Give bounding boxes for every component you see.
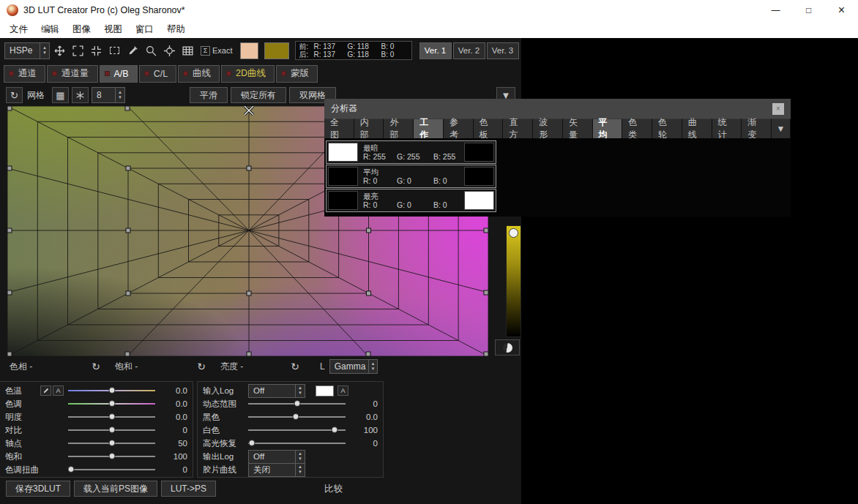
exact-toggle[interactable]: Σ Exact	[201, 46, 233, 56]
menu-image[interactable]: 图像	[66, 20, 97, 38]
analyzer-tab-reference[interactable]: 参考	[444, 119, 474, 138]
analyzer-tab-average[interactable]: 平均	[593, 119, 623, 138]
temperature-slider[interactable]	[68, 390, 155, 391]
analyzer-more-dropdown-icon[interactable]: ▼	[772, 119, 791, 138]
smooth-button[interactable]: 平滑	[190, 87, 228, 103]
analyzer-tab-full-image[interactable]: 全图	[324, 119, 354, 138]
highlight-recovery-slider[interactable]	[248, 443, 346, 444]
grid-size-stepper[interactable]: 8 ▲▼	[92, 87, 125, 103]
analyzer-tab-working[interactable]: 工作	[414, 119, 444, 138]
tab-curves[interactable]: 曲线	[178, 65, 220, 83]
spinner-arrows[interactable]: ▲▼	[368, 360, 376, 373]
table-grid-icon[interactable]	[179, 42, 196, 59]
lut-to-ps-button[interactable]: LUT->PS	[161, 481, 216, 497]
spinner-arrows[interactable]: ▲▼	[295, 385, 305, 397]
maximize-button[interactable]: □	[792, 0, 825, 20]
luminance-slider-handle[interactable]	[509, 228, 518, 238]
log-color-swatch[interactable]	[316, 385, 334, 396]
luminance-reset-icon[interactable]: ↻	[288, 361, 302, 372]
menu-edit[interactable]: 编辑	[34, 20, 66, 38]
input-log-row: 输入Log Off ▲▼ A	[203, 384, 378, 397]
auto-log-button[interactable]: A	[337, 385, 348, 396]
zoom-icon[interactable]	[143, 42, 160, 59]
compare-button[interactable]: 比较	[324, 483, 343, 495]
spinner-arrows[interactable]: ▲▼	[115, 88, 124, 102]
analyzer-tab-histogram[interactable]: 直方	[503, 119, 533, 138]
gamma-select[interactable]: Gamma ▲▼	[329, 359, 378, 374]
temperature-row: 色温 A 0.0	[5, 384, 187, 397]
analyzer-tab-inner[interactable]: 内部	[354, 119, 384, 138]
after-color-swatch[interactable]	[264, 42, 289, 59]
fit-view-icon[interactable]	[70, 42, 86, 59]
input-log-select[interactable]: Off ▲▼	[248, 384, 305, 398]
lock-all-button[interactable]: 锁定所有	[231, 87, 286, 103]
collapse-view-icon[interactable]	[88, 42, 105, 59]
menu-window[interactable]: 窗口	[129, 20, 160, 38]
version-2-button[interactable]: Ver. 2	[453, 42, 485, 59]
analyzer-tab-waveform[interactable]: 波形	[533, 119, 563, 138]
tab-ab[interactable]: A/B	[100, 65, 138, 83]
load-ps-image-button[interactable]: 载入当前PS图像	[74, 481, 157, 497]
tab-channels[interactable]: 通道	[4, 65, 45, 83]
eyedropper-small-icon[interactable]	[40, 385, 51, 396]
luminance-gradient-strip[interactable]	[506, 225, 521, 337]
tint-slider[interactable]	[68, 403, 155, 405]
target-picker-icon[interactable]	[161, 42, 178, 59]
analyzer-tab-outer[interactable]: 外部	[384, 119, 414, 138]
tab-2d-curves[interactable]: 2D曲线	[221, 65, 275, 83]
minimize-button[interactable]: —	[759, 0, 792, 20]
analyzer-tab-statistics[interactable]: 统计	[712, 119, 742, 138]
before-color-swatch[interactable]	[240, 42, 258, 59]
analyzer-titlebar[interactable]: 分析器 ×	[324, 99, 791, 119]
eyedropper-icon[interactable]	[124, 42, 141, 59]
saturation-mode-label[interactable]: 饱和 -	[115, 361, 138, 373]
menu-file[interactable]: 文件	[3, 20, 34, 38]
analyzer-tab-gradient[interactable]: 渐变	[742, 119, 772, 138]
contrast-slider[interactable]	[68, 429, 155, 431]
saturation-slider[interactable]	[68, 456, 155, 457]
radial-grid-icon[interactable]	[72, 87, 89, 103]
save-3dlut-button[interactable]: 保存3DLUT	[6, 481, 70, 497]
average-before-swatch	[328, 167, 358, 186]
luminance-mode-label[interactable]: 亮度 -	[220, 361, 243, 373]
grid-pattern-icon[interactable]: ▦	[52, 87, 69, 103]
analyzer-tab-palette[interactable]: 色板	[474, 119, 504, 138]
hue-mode-label[interactable]: 色相 -	[10, 361, 32, 373]
analyzer-tab-curves[interactable]: 曲线	[682, 119, 712, 138]
tab-channel-volume[interactable]: 通道量	[47, 65, 98, 83]
move-tool-icon[interactable]	[51, 42, 68, 59]
output-log-select[interactable]: Off ▲▼	[248, 450, 305, 464]
night-mode-button[interactable]	[495, 339, 520, 356]
menu-help[interactable]: 帮助	[160, 20, 192, 38]
lightness-slider[interactable]	[68, 416, 155, 418]
tab-mask[interactable]: 蒙版	[276, 65, 318, 83]
marquee-select-icon[interactable]	[106, 42, 123, 59]
hue-twist-slider[interactable]	[68, 469, 155, 470]
analyzer-tab-color-wheel[interactable]: 色轮	[652, 119, 682, 138]
film-curve-select[interactable]: 关闭 ▲▼	[248, 463, 305, 477]
pivot-slider[interactable]	[68, 443, 155, 444]
dynamic-range-slider[interactable]	[248, 403, 346, 405]
color-mode-select[interactable]: HSPe ▲▼	[4, 42, 50, 59]
close-button[interactable]: ×	[825, 0, 858, 20]
menu-view[interactable]: 视图	[97, 20, 129, 38]
version-3-button[interactable]: Ver. 3	[487, 42, 519, 59]
auto-temperature-button[interactable]: A	[53, 385, 64, 396]
darkest-label: 最暗	[363, 143, 378, 152]
white-slider[interactable]	[248, 429, 346, 431]
lower-panels: 色温 A 0.0 色调 0.0	[0, 381, 521, 478]
analyzer-tab-color-class[interactable]: 色类	[622, 119, 652, 138]
spinner-arrows[interactable]: ▲▼	[40, 43, 49, 59]
analyzer-tab-vectorscope[interactable]: 矢量	[563, 119, 593, 138]
hue-twist-row: 色调扭曲 0	[5, 463, 187, 476]
analyzer-close-icon[interactable]: ×	[772, 103, 784, 115]
spinner-arrows[interactable]: ▲▼	[295, 464, 305, 476]
app-body: HSPe ▲▼	[0, 38, 858, 504]
black-slider[interactable]	[248, 416, 346, 418]
version-1-button[interactable]: Ver. 1	[419, 42, 452, 59]
spinner-arrows[interactable]: ▲▼	[295, 451, 305, 463]
saturation-reset-icon[interactable]: ↻	[194, 361, 209, 372]
tab-cl[interactable]: C/L	[139, 65, 176, 83]
hue-reset-icon[interactable]: ↻	[89, 361, 103, 372]
grid-reset-icon[interactable]: ↻	[6, 87, 23, 103]
